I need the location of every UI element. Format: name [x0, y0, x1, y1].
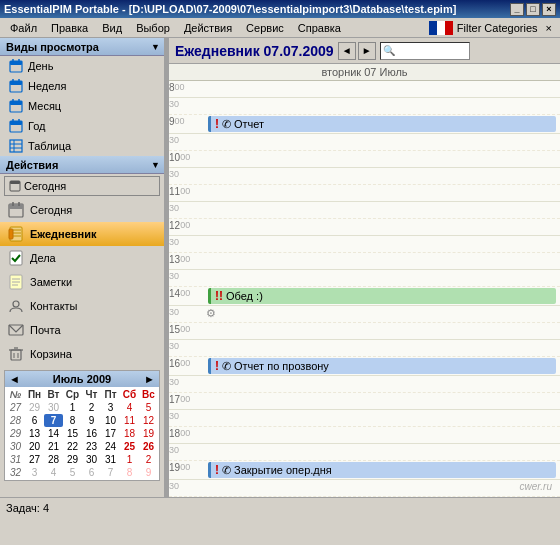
- view-week[interactable]: Неделя: [0, 76, 164, 96]
- time-content-9-00[interactable]: ! ✆ Отчет: [204, 115, 560, 133]
- time-content-11-00[interactable]: [204, 185, 560, 201]
- prev-day-button[interactable]: ◄: [338, 42, 356, 60]
- cal-prev-button[interactable]: ◄: [9, 373, 20, 385]
- nav-today[interactable]: Сегодня: [0, 198, 164, 222]
- time-label-18-30: 30: [169, 444, 204, 460]
- view-year[interactable]: Год: [0, 116, 164, 136]
- close-button[interactable]: ×: [542, 3, 556, 16]
- svg-rect-8: [10, 81, 22, 85]
- nav-notes-icon: [8, 274, 24, 290]
- time-content-13-00[interactable]: [204, 253, 560, 269]
- event-report[interactable]: ! ✆ Отчет: [208, 116, 556, 132]
- time-slot-12-00: 12 00: [169, 219, 560, 236]
- schedule-area[interactable]: 8 00 30 9 00 ! ✆ Отчет 30: [169, 81, 560, 497]
- time-content-15-30[interactable]: [204, 340, 560, 356]
- time-content-18-00[interactable]: [204, 427, 560, 443]
- time-slot-19-00: 19 00 ! ✆ Закрытие опер.дня: [169, 461, 560, 480]
- time-label-9-30: 30: [169, 134, 204, 150]
- time-content-16-00[interactable]: ! ✆ Отчет по прозвону: [204, 357, 560, 375]
- view-month[interactable]: Месяц: [0, 96, 164, 116]
- nav-trash-icon: [8, 346, 24, 362]
- sidebar: Виды просмотра ▼ День Неделя Месяц Го: [0, 38, 165, 497]
- time-content-9-30[interactable]: [204, 134, 560, 150]
- menu-view[interactable]: Вид: [96, 19, 128, 37]
- menu-edit[interactable]: Правка: [45, 19, 94, 37]
- calendar-week-28: 28 6 7 8 9 10 11 12: [6, 414, 158, 427]
- event-close[interactable]: ! ✆ Закрытие опер.дня: [208, 462, 556, 478]
- time-content-16-30[interactable]: [204, 376, 560, 392]
- nav-journal[interactable]: Ежедневник: [0, 222, 164, 246]
- nav-today-icon: [8, 202, 24, 218]
- nav-mail[interactable]: Почта: [0, 318, 164, 342]
- filter-categories-label: Filter Categories: [457, 22, 538, 34]
- status-text: Задач: 4: [6, 502, 49, 514]
- views-collapse-arrow[interactable]: ▼: [151, 42, 160, 52]
- window-controls[interactable]: _ □ ×: [510, 3, 556, 16]
- time-label-14: 14 00: [169, 287, 204, 305]
- menu-actions[interactable]: Действия: [178, 19, 238, 37]
- svg-rect-24: [10, 181, 20, 184]
- time-content-10-30[interactable]: [204, 168, 560, 184]
- minimize-button[interactable]: _: [510, 3, 524, 16]
- nav-trash[interactable]: Корзина: [0, 342, 164, 366]
- time-content-11-30[interactable]: [204, 202, 560, 218]
- event-lunch-icon: ⚙: [206, 307, 216, 319]
- event-priority-icon-call: !: [215, 359, 219, 373]
- nav-tasks[interactable]: Дела: [0, 246, 164, 270]
- view-table[interactable]: Таблица: [0, 136, 164, 156]
- event-text-call: Отчет по прозвону: [234, 360, 329, 372]
- time-content-19-00[interactable]: ! ✆ Закрытие опер.дня: [204, 461, 560, 479]
- svg-rect-26: [9, 204, 23, 209]
- maximize-button[interactable]: □: [526, 3, 540, 16]
- time-content-12-30[interactable]: [204, 236, 560, 252]
- time-slot-17-00: 17 00: [169, 393, 560, 410]
- time-content-10-00[interactable]: [204, 151, 560, 167]
- menu-file[interactable]: Файл: [4, 19, 43, 37]
- time-content-14-00[interactable]: !! Обед :): [204, 287, 560, 305]
- flag-icon-area: [429, 21, 453, 35]
- time-content-17-00[interactable]: [204, 393, 560, 409]
- search-icon: 🔍: [383, 45, 395, 56]
- time-content-8-30[interactable]: [204, 98, 560, 114]
- svg-rect-2: [445, 21, 453, 35]
- time-content-18-30[interactable]: [204, 444, 560, 460]
- time-content-12-00[interactable]: [204, 219, 560, 235]
- time-label-17-30: 30: [169, 410, 204, 426]
- navigation-arrows: ◄ ►: [338, 42, 376, 60]
- time-content-19-30[interactable]: cwer.ru: [204, 480, 560, 496]
- time-label-15: 15 00: [169, 323, 204, 339]
- time-content-13-30[interactable]: [204, 270, 560, 286]
- nav-contacts[interactable]: Контакты: [0, 294, 164, 318]
- nav-notes[interactable]: Заметки: [0, 270, 164, 294]
- time-label-17: 17 00: [169, 393, 204, 409]
- today-button[interactable]: Сегодня: [4, 176, 160, 196]
- time-slot-18-30: 30: [169, 444, 560, 461]
- next-day-button[interactable]: ►: [358, 42, 376, 60]
- day-header: вторник 07 Июль: [169, 64, 560, 81]
- time-content-15-00[interactable]: [204, 323, 560, 339]
- filter-close-button[interactable]: ×: [542, 22, 556, 34]
- time-content-8-00[interactable]: [204, 81, 560, 97]
- menu-help[interactable]: Справка: [292, 19, 347, 37]
- menu-select[interactable]: Выбор: [130, 19, 176, 37]
- menu-service[interactable]: Сервис: [240, 19, 290, 37]
- actions-collapse-arrow[interactable]: ▼: [151, 160, 160, 170]
- cal-next-button[interactable]: ►: [144, 373, 155, 385]
- time-content-17-30[interactable]: [204, 410, 560, 426]
- time-content-14-30[interactable]: ⚙: [204, 306, 560, 322]
- calendar-week-31: 31 27 28 29 30 31 1 2: [6, 453, 158, 466]
- time-slot-16-00: 16 00 ! ✆ Отчет по прозвону: [169, 357, 560, 376]
- time-slot-15-30: 30: [169, 340, 560, 357]
- search-input[interactable]: [395, 45, 465, 57]
- calendar-week-27: 27 29 30 1 2 3 4 5: [6, 401, 158, 414]
- view-day[interactable]: День: [0, 56, 164, 76]
- calendar-weekday-row: № Пн Вт Ср Чт Пт Сб Вс: [6, 388, 158, 401]
- event-phone-icon-call: ✆: [222, 360, 231, 373]
- event-call-report[interactable]: ! ✆ Отчет по прозвону: [208, 358, 556, 374]
- time-label-13-30: 30: [169, 270, 204, 286]
- time-label-10-30: 30: [169, 168, 204, 184]
- event-phone-icon-close: ✆: [222, 464, 231, 477]
- time-label-16: 16 00: [169, 357, 204, 375]
- time-label-11: 11 00: [169, 185, 204, 201]
- event-lunch[interactable]: !! Обед :): [208, 288, 556, 304]
